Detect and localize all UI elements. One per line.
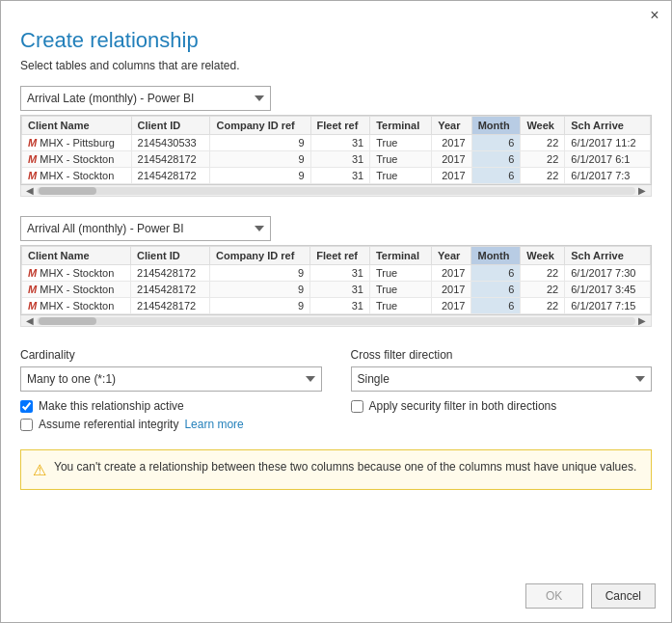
table2-header-row: Client Name Client ID Company ID ref Fle… [22,247,651,265]
table1-col-terminal: Terminal [370,117,432,135]
table-cell: 22 [521,265,565,282]
security-label: Apply security filter in both directions [369,399,557,413]
dialog-footer: OK Cancel [1,576,671,622]
table-cell: True [369,282,431,298]
table-cell: 6/1/2017 11:2 [565,135,651,151]
table-cell: 6/1/2017 7:15 [565,298,651,314]
table1-header-row: Client Name Client ID Company ID ref Fle… [22,117,651,135]
table-row: M MHX - Stockton2145428172931True2017622… [22,151,651,168]
table-cell: 31 [310,265,370,282]
table1-scroll-right[interactable]: ▶ [635,185,649,196]
active-label: Make this relationship active [39,399,184,413]
close-button[interactable]: × [646,7,663,24]
table-cell: 2017 [432,151,471,168]
table-cell: True [370,151,432,168]
security-checkbox[interactable] [351,400,363,413]
table-cell: 9 [210,265,310,282]
table-cell: 22 [521,298,565,314]
table-cell: 2145430533 [131,135,210,151]
table-cell: 2017 [432,282,471,298]
table-cell: 22 [521,168,565,184]
table-cell: 22 [521,282,565,298]
table-cell: 2017 [432,168,471,184]
controls-row: Cardinality Many to one (*:1) Make this … [20,348,652,436]
table1-scroll-left[interactable]: ◀ [23,185,37,196]
table-cell: 2145428172 [131,265,210,282]
table-cell: True [370,135,432,151]
table1-scrollbar[interactable]: ◀ ▶ [20,185,652,197]
table2-col-month: Month [471,247,521,265]
create-relationship-dialog: × Create relationship Select tables and … [0,0,672,623]
table2-wrapper: Client Name Client ID Company ID ref Fle… [20,245,652,315]
table-row: M MHX - Stockton2145428172931True2017622… [22,168,651,184]
learn-more-link[interactable]: Learn more [184,418,243,431]
table1: Client Name Client ID Company ID ref Fle… [21,116,651,184]
table-cell: 31 [310,135,370,151]
table-cell: 9 [210,151,310,168]
table-cell: True [369,298,431,314]
table-cell: 6/1/2017 7:30 [565,265,651,282]
table-cell: 31 [310,168,370,184]
table2-col-sch-arrive: Sch Arrive [565,247,651,265]
security-checkbox-row: Apply security filter in both directions [351,399,653,413]
warning-box: ⚠ You can't create a relationship betwee… [20,449,652,490]
table2-col-company-id: Company ID ref [210,247,310,265]
table-cell: 2145428172 [131,168,210,184]
titlebar: × [1,1,671,24]
table-cell: 2017 [432,265,471,282]
table2-body: M MHX - Stockton2145428172931True2017622… [22,265,651,314]
cardinality-label: Cardinality [20,348,322,362]
cancel-button[interactable]: Cancel [591,583,656,609]
dialog-subtitle: Select tables and columns that are relat… [20,59,652,72]
referential-label: Assume referential integrity [39,418,178,431]
table-cell: 22 [521,135,565,151]
table2-col-fleet-ref: Fleet ref [310,247,370,265]
table1-col-year: Year [432,117,471,135]
table1-dropdown[interactable]: Arrival Late (monthly) - Power BI [20,86,271,111]
table-cell: 22 [521,151,565,168]
table2-dropdown[interactable]: Arrival All (monthly) - Power BI [20,216,271,241]
cross-filter-dropdown[interactable]: Single [351,366,653,392]
title-static: Create [20,28,90,52]
table2-col-terminal: Terminal [369,247,431,265]
table-cell: 2145428172 [131,282,210,298]
table1-col-company-id: Company ID ref [210,117,310,135]
table2-col-year: Year [432,247,471,265]
title-accent: relationship [90,28,199,52]
table-cell: M MHX - Stockton [22,151,132,168]
table-cell: 9 [210,282,310,298]
table2: Client Name Client ID Company ID ref Fle… [21,246,651,314]
table-cell: M MHX - Stockton [22,298,131,314]
warning-text: You can't create a relationship between … [54,460,636,474]
table2-scrollbar[interactable]: ◀ ▶ [20,315,652,327]
table1-section: Arrival Late (monthly) - Power BI Client… [20,86,652,197]
table2-dropdown-row: Arrival All (monthly) - Power BI [20,216,652,241]
table2-scroll-left[interactable]: ◀ [23,315,37,326]
ok-button[interactable]: OK [525,583,583,609]
security-filter-area: Apply security filter in both directions [351,399,653,413]
table2-track [37,317,635,325]
table-cell: True [370,168,432,184]
checkboxes-area: Make this relationship active Assume ref… [20,399,322,431]
table2-scroll-right[interactable]: ▶ [635,315,649,326]
table-cell: M MHX - Stockton [22,282,131,298]
table-cell: True [369,265,431,282]
table1-col-client-name: Client Name [22,117,132,135]
cross-filter-label: Cross filter direction [351,348,653,362]
table2-col-client-id: Client ID [131,247,210,265]
table-cell: 9 [210,168,310,184]
table-row: M MHX - Stockton2145428172931True2017622… [22,265,651,282]
table-cell: 6/1/2017 7:3 [565,168,651,184]
referential-checkbox[interactable] [20,419,33,431]
cardinality-col: Cardinality Many to one (*:1) Make this … [20,348,322,436]
table-cell: 31 [310,151,370,168]
referential-checkbox-row: Assume referential integrity Learn more [20,418,322,431]
table-row: M MHX - Stockton2145428172931True2017622… [22,282,651,298]
active-checkbox[interactable] [20,400,33,413]
table1-col-month: Month [471,117,521,135]
table1-col-week: Week [521,117,565,135]
table-cell: M MHX - Pittsburg [22,135,132,151]
cardinality-dropdown[interactable]: Many to one (*:1) [20,366,322,392]
table-cell: M MHX - Stockton [22,265,131,282]
table-cell: 2017 [432,135,471,151]
